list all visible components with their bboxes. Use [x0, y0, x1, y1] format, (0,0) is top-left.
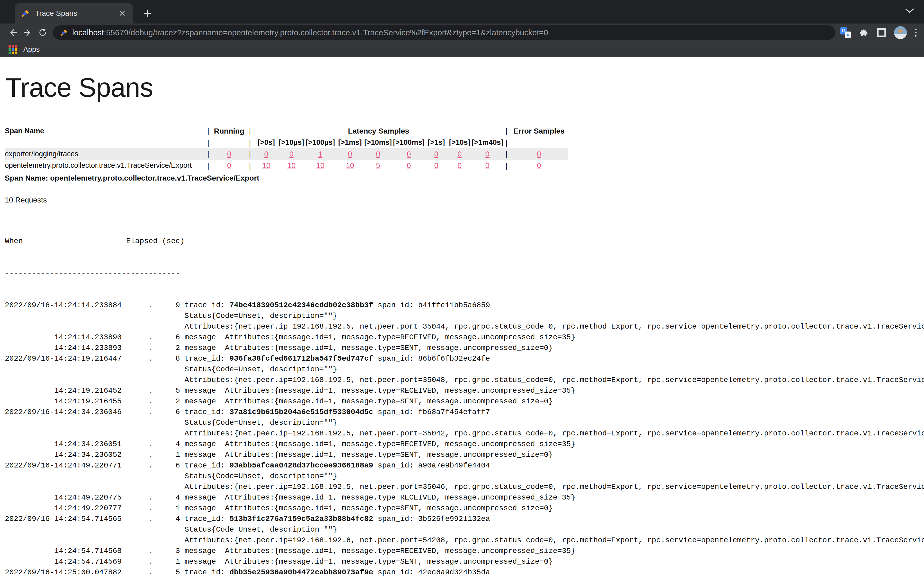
sample-count-link[interactable]: 0 [485, 150, 489, 158]
latency-bucket-header: [>10s] [447, 137, 472, 148]
extensions-puzzle-icon[interactable] [859, 27, 869, 38]
span-name-header: Span Name [5, 125, 204, 137]
column-separator: | [204, 125, 212, 137]
latency-bucket-header: [>100µs] [304, 137, 336, 148]
browser-toolbar: localhost:55679/debug/tracez?zspanname=o… [0, 24, 924, 42]
log-line: Status{Code=Unset, description=""} [5, 311, 924, 321]
log-line: Attributes:{net.peer.ip=192.168.192.5, n… [5, 482, 924, 492]
sample-count-link[interactable]: 0 [407, 161, 411, 169]
log-line: Attributes:{net.peer.ip=192.168.192.5, n… [5, 428, 924, 439]
latency-count-cell[interactable]: 0 [447, 148, 472, 160]
sample-count-link[interactable]: 0 [264, 150, 268, 158]
log-column-headers: When Elapsed (sec) [5, 236, 924, 247]
latency-count-cell[interactable]: 0 [447, 160, 472, 171]
sample-count-link[interactable]: 5 [376, 161, 380, 169]
tab-strip: Trace Spans [0, 0, 924, 24]
latency-count-cell[interactable]: 10 [304, 160, 336, 171]
log-line: 14:24:19.216455 . 2 message Attributes:{… [5, 396, 924, 407]
latency-count-cell[interactable]: 0 [393, 148, 425, 160]
log-line: Status{Code=Unset, description=""} [5, 417, 924, 428]
latency-count-cell[interactable]: 0 [279, 148, 304, 160]
sample-count-link[interactable]: 0 [434, 150, 438, 158]
latency-count-cell[interactable]: 10 [254, 160, 279, 171]
trace-id-value: 513b3f1c276a7159c5a2a33b88b4fc82 [229, 515, 373, 523]
column-separator: | [204, 148, 212, 160]
latency-count-cell[interactable]: 10 [336, 160, 363, 171]
apps-shortcut[interactable]: Apps [23, 45, 40, 54]
sample-count-link[interactable]: 10 [346, 161, 354, 169]
url-bar[interactable]: localhost:55679/debug/tracez?zspanname=o… [53, 25, 835, 40]
telescope-favicon-icon [21, 9, 30, 18]
new-tab-button[interactable] [140, 6, 155, 21]
error-count-cell[interactable]: 0 [510, 160, 569, 171]
latency-count-cell[interactable]: 0 [425, 148, 447, 160]
sample-count-link[interactable]: 0 [407, 150, 411, 158]
browser-window: Trace Spans [0, 0, 924, 57]
translate-icon[interactable]: G A [840, 27, 851, 38]
latency-bucket-header: [>100ms] [393, 137, 425, 148]
sample-count-link[interactable]: 10 [262, 161, 270, 169]
latency-count-cell[interactable]: 0 [393, 160, 425, 171]
error-samples-header: Error Samples [510, 125, 569, 137]
log-line: 14:24:14.233890 . 6 message Attributes:{… [5, 332, 924, 343]
trace-id-value: 37a81c9b615b204a6e515df533004d5c [229, 408, 373, 416]
tab-search-chevron-icon[interactable] [905, 8, 914, 14]
trace-id-value: dbb35e25936a90b4472cabb89073af9e [229, 568, 373, 577]
table-row: opentelemetry.proto.collector.trace.v1.T… [5, 160, 569, 171]
running-count-cell[interactable]: 0 [212, 160, 246, 171]
latency-count-cell[interactable]: 0 [425, 160, 447, 171]
sample-count-link[interactable]: 0 [457, 150, 462, 158]
latency-count-cell[interactable]: 0 [472, 160, 503, 171]
latency-count-cell[interactable]: 1 [304, 148, 336, 160]
log-line: 14:24:54.714568 . 3 message Attributes:{… [5, 546, 924, 556]
sample-count-link[interactable]: 0 [537, 150, 541, 158]
log-line: Status{Code=Unset, description=""} [5, 471, 924, 482]
forward-button[interactable] [20, 25, 35, 40]
telescope-favicon-icon [60, 29, 68, 37]
empty-cell [510, 137, 569, 148]
back-button[interactable] [5, 25, 20, 40]
column-separator: | [204, 137, 212, 148]
running-count-cell[interactable]: 0 [212, 148, 246, 160]
error-count-cell[interactable]: 0 [510, 148, 569, 160]
sample-count-link[interactable]: 0 [348, 150, 352, 158]
selected-span-label: Span Name: opentelemetry.proto.collector… [5, 174, 924, 182]
running-header: Running [212, 125, 246, 137]
side-panel-icon[interactable] [877, 28, 886, 37]
sample-count-link[interactable]: 0 [485, 161, 489, 169]
log-divider: --------------------------------------- [5, 268, 924, 279]
latency-count-cell[interactable]: 0 [336, 148, 363, 160]
menu-dots-icon[interactable] [915, 29, 916, 37]
log-line: 14:24:14.233893 . 2 message Attributes:{… [5, 343, 924, 353]
log-line: Status{Code=Unset, description=""} [5, 364, 924, 375]
latency-count-cell[interactable]: 0 [472, 148, 503, 160]
column-separator: | [246, 148, 254, 160]
sample-count-link[interactable]: 0 [434, 161, 438, 169]
sample-count-link[interactable]: 0 [457, 161, 462, 169]
column-separator: | [204, 160, 212, 171]
trace-id-value: 936fa38fcfed661712ba547f5ed747cf [229, 355, 373, 363]
browser-tab[interactable]: Trace Spans [15, 3, 133, 24]
tab-title: Trace Spans [35, 9, 117, 18]
sample-count-link[interactable]: 0 [227, 161, 231, 169]
sample-count-link[interactable]: 10 [287, 161, 296, 169]
sample-count-link[interactable]: 0 [289, 150, 294, 158]
latency-bucket-header: [>10µs] [279, 137, 304, 148]
sample-count-link[interactable]: 0 [376, 150, 380, 158]
reload-button[interactable] [35, 25, 50, 40]
log-line: Attributes:{net.peer.ip=192.168.192.5, n… [5, 375, 924, 385]
latency-count-cell[interactable]: 5 [363, 160, 393, 171]
tab-close-icon[interactable] [117, 8, 127, 18]
log-line: 2022/09/16-14:24:14.233884 . 9 trace_id:… [5, 300, 924, 311]
sample-count-link[interactable]: 1 [318, 150, 322, 158]
sample-count-link[interactable]: 10 [316, 161, 324, 169]
sample-count-link[interactable]: 0 [227, 150, 231, 158]
latency-count-cell[interactable]: 0 [254, 148, 279, 160]
page-content: Trace Spans Span Name | Running | Latenc… [0, 72, 924, 577]
profile-avatar[interactable] [894, 26, 907, 39]
sample-count-link[interactable]: 0 [537, 161, 541, 169]
request-count: 10 Requests [5, 196, 924, 205]
latency-count-cell[interactable]: 0 [363, 148, 393, 160]
latency-count-cell[interactable]: 10 [279, 160, 304, 171]
column-separator: | [503, 160, 510, 171]
